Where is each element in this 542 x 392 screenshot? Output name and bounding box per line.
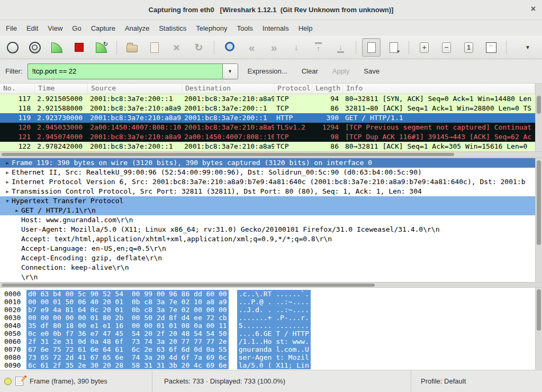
hex-ascii[interactable]: gnuranda l.com..U xyxy=(237,345,311,353)
list-interfaces-button[interactable] xyxy=(3,38,22,57)
menu-file[interactable]: File xyxy=(1,22,22,35)
hex-ascii[interactable]: .c..\.RT ......`. xyxy=(237,290,311,298)
hex-bytes[interactable]: 00 00 01 50 06 40 20 01 0b c8 3a 7e 02 1… xyxy=(26,298,229,306)
hex-row-0020[interactable]: 0020b7 e9 4a 81 64 0c 20 01 0b c8 3a 7e … xyxy=(0,306,542,314)
packet-row-122[interactable]: 1222.9782420002001:bc8:3a7e:200::12001:b… xyxy=(0,142,535,151)
hex-row-0040[interactable]: 004035 df 80 18 00 e1 e1 16 00 00 01 01 … xyxy=(0,322,542,330)
hex-bytes[interactable]: b7 e9 4a 81 64 0c 20 01 0b c8 3a 7e 02 0… xyxy=(26,306,229,314)
hex-bytes[interactable]: d0 63 b4 00 5c 90 52 54 00 99 00 96 86 d… xyxy=(26,290,229,298)
find-packet-button[interactable] xyxy=(220,38,239,57)
column-header-time[interactable]: Time xyxy=(35,84,88,94)
toolbar-overflow-icon[interactable]: ▼ xyxy=(525,44,530,50)
expander-icon[interactable]: ▼ xyxy=(3,196,12,206)
hex-ascii[interactable]: ser-Agen t: Mozil xyxy=(237,353,311,361)
hex-row-0010[interactable]: 001000 00 01 50 06 40 20 01 0b c8 3a 7e … xyxy=(0,298,542,306)
hex-ascii[interactable]: ..J.d. . ..:~.... xyxy=(237,306,311,314)
menu-telephony[interactable]: Telephony xyxy=(191,22,232,35)
hex-ascii[interactable]: 5....... ........ xyxy=(237,322,311,330)
column-header-no[interactable]: No. xyxy=(0,84,35,94)
go-to-top-button[interactable]: ↑ xyxy=(309,38,328,57)
colorize-button[interactable] xyxy=(362,38,381,57)
column-header-info[interactable]: Info xyxy=(343,84,535,94)
detail-row[interactable]: ▶Ethernet II, Src: RealtekU_99:00:96 (52… xyxy=(0,168,535,177)
details-vscrollbar[interactable] xyxy=(535,158,542,282)
go-to-packet-button[interactable]: ↓ xyxy=(287,38,305,57)
hscroll-thumb[interactable] xyxy=(2,153,454,156)
details-hscrollbar[interactable] xyxy=(0,282,542,287)
hex-bytes[interactable]: 0c e0 0b f7 36 e7 47 45 54 20 2f 20 48 5… xyxy=(26,330,229,338)
packet-row-120[interactable]: 1202.9450330002a00:1450:4007:808::102001… xyxy=(0,123,535,132)
packet-row-118[interactable]: 1182.9215880002001:bc8:3a7e:210:a8a92001… xyxy=(0,104,535,113)
zoom-in-button[interactable]: + xyxy=(415,38,433,57)
hscroll-thumb[interactable] xyxy=(2,284,375,287)
expander-icon[interactable]: ▶ xyxy=(3,177,12,187)
hex-row-0050[interactable]: 00500c e0 0b f7 36 e7 47 45 54 20 2f 20 … xyxy=(0,330,542,338)
hex-ascii[interactable]: la/5.0 ( X11; Lin xyxy=(237,361,311,369)
detail-row[interactable]: Connection: keep-alive\r\n xyxy=(0,263,535,272)
menu-go[interactable]: Go xyxy=(67,22,86,35)
hex-bytes[interactable]: 67 6e 75 72 61 6e 64 61 6c 2e 63 6f 6d 0… xyxy=(26,345,229,353)
menu-view[interactable]: View xyxy=(43,22,67,35)
filter-input[interactable]: !tcp.port == 22 xyxy=(28,63,222,79)
window-close-button[interactable]: × xyxy=(531,5,536,13)
hex-ascii[interactable]: ....6.GE T / HTTP xyxy=(237,330,311,338)
vscroll-thumb[interactable] xyxy=(537,289,541,331)
packet-row-121[interactable]: 1212.9450740002001:bc8:3a7e:210:a8a92a00… xyxy=(0,132,535,142)
capture-options-button[interactable] xyxy=(25,38,44,57)
column-header-src[interactable]: Source xyxy=(88,84,182,94)
packet-row-119[interactable]: 1192.9237300002001:bc8:3a7e:210:a8a92001… xyxy=(0,113,535,123)
detail-row[interactable]: Accept-Language: en-US,en;q=0.5\r\n xyxy=(0,244,535,253)
expander-icon[interactable]: ▶ xyxy=(3,158,12,168)
hex-row-0030[interactable]: 003000 00 00 00 00 01 80 2b 00 50 2d 8f … xyxy=(0,314,542,322)
detail-row[interactable]: ▼Hypertext Transfer Protocol xyxy=(0,196,535,206)
vscroll-thumb[interactable] xyxy=(537,96,541,114)
save-capture-file-button[interactable] xyxy=(145,38,164,57)
detail-row[interactable]: ▶GET / HTTP/1.1\r\n xyxy=(0,206,535,215)
hex-bytes[interactable]: 35 df 80 18 00 e1 e1 16 00 00 01 01 08 0… xyxy=(26,322,229,330)
open-capture-file-button[interactable] xyxy=(123,38,141,57)
hex-ascii[interactable]: /1.1..Ho st: www. xyxy=(237,338,311,345)
expander-icon[interactable]: ▶ xyxy=(3,168,12,177)
hex-ascii[interactable]: ...P.@ . ..:~.... xyxy=(237,298,311,306)
apply-button[interactable]: Apply xyxy=(328,63,355,79)
hex-ascii[interactable]: .......+ .P-...r. xyxy=(237,314,311,322)
hex-row-0070[interactable]: 007067 6e 75 72 61 6e 64 61 6c 2e 63 6f … xyxy=(0,345,542,353)
save-button[interactable]: Save xyxy=(359,63,384,79)
zoom-100-button[interactable]: 1 xyxy=(459,38,478,57)
close-capture-button[interactable]: × xyxy=(167,38,186,57)
zoom-out-button[interactable]: − xyxy=(437,38,456,57)
bytes-vscrollbar[interactable] xyxy=(535,288,542,370)
hex-row-0090[interactable]: 00906c 61 2f 35 2e 30 20 28 58 31 31 3b … xyxy=(0,361,542,369)
start-capture-button[interactable] xyxy=(48,38,66,57)
menu-internals[interactable]: Internals xyxy=(258,22,294,35)
packet-list-hscrollbar[interactable] xyxy=(0,151,542,157)
hex-bytes[interactable]: 00 00 00 00 00 01 80 2b 00 50 2d 8f d4 e… xyxy=(26,314,229,322)
hex-row-0000[interactable]: 0000d0 63 b4 00 5c 90 52 54 00 99 00 96 … xyxy=(0,290,542,298)
detail-row[interactable]: User-Agent: Mozilla/5.0 (X11; Linux x86_… xyxy=(0,225,535,234)
expander-icon[interactable]: ▶ xyxy=(3,187,12,196)
column-header-dst[interactable]: Destination xyxy=(182,84,274,94)
detail-row[interactable]: ▶Transmission Control Protocol, Src Port… xyxy=(0,187,535,196)
reload-capture-button[interactable]: ↻ xyxy=(189,38,208,57)
expander-icon[interactable]: ▶ xyxy=(13,206,21,215)
go-to-bottom-button[interactable]: ↓ xyxy=(331,38,350,57)
vscroll-thumb[interactable] xyxy=(537,160,541,245)
column-header-len[interactable]: Length xyxy=(312,84,343,94)
stop-capture-button[interactable] xyxy=(70,38,88,57)
hex-bytes[interactable]: 2f 31 2e 31 0d 0a 48 6f 73 74 3a 20 77 7… xyxy=(26,338,229,345)
menu-analyze[interactable]: Analyze xyxy=(120,22,154,35)
detail-row[interactable]: ▶Frame 119: 390 bytes on wire (3120 bits… xyxy=(0,158,535,168)
profile-text[interactable]: Profile: Default xyxy=(421,377,466,385)
menu-capture[interactable]: Capture xyxy=(86,22,120,35)
menu-statistics[interactable]: Statistics xyxy=(154,22,191,35)
menu-edit[interactable]: Edit xyxy=(22,22,43,35)
column-header-proto[interactable]: Protocol xyxy=(274,84,312,94)
detail-row[interactable]: Accept-Encoding: gzip, deflate\r\n xyxy=(0,253,535,263)
filter-dropdown-button[interactable]: ▼ xyxy=(222,63,238,79)
resize-columns-button[interactable] xyxy=(482,38,500,57)
hex-row-0060[interactable]: 00602f 31 2e 31 0d 0a 48 6f 73 74 3a 20 … xyxy=(0,338,542,345)
hex-bytes[interactable]: 73 65 72 2d 41 67 65 6e 74 3a 20 4d 6f 7… xyxy=(26,353,229,361)
go-back-button[interactable]: « xyxy=(242,38,261,57)
detail-row[interactable]: \r\n xyxy=(0,272,535,282)
detail-row[interactable]: ▶Internet Protocol Version 6, Src: 2001:… xyxy=(0,177,535,187)
